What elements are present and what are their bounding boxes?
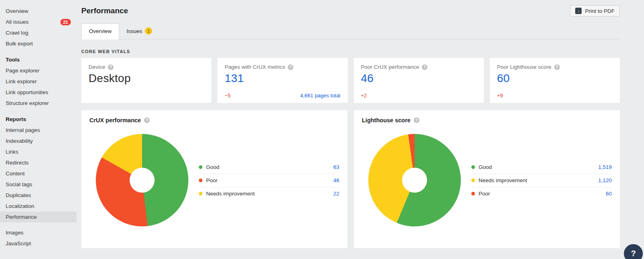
sidebar-item-all-issues[interactable]: All issues21 <box>0 16 76 27</box>
print-to-pdf-button[interactable]: ↓ Print to PDF <box>570 5 620 16</box>
stat-card-value[interactable]: 131 <box>225 72 340 85</box>
sidebar-item-label: Redirects <box>6 159 29 166</box>
sidebar-item-link-opportunities[interactable]: Link opportunities <box>0 87 76 98</box>
legend-label: Good <box>479 164 492 170</box>
chart-card-lighthouse-score: Lighthouse score?Good1,519Needs improvem… <box>354 110 620 248</box>
sidebar-item-internal-pages[interactable]: Internal pages <box>0 125 76 136</box>
stat-card-device: Device?Desktop <box>81 58 211 103</box>
stat-card-label-text: Poor Lighthouse score <box>497 64 551 70</box>
stat-card-value[interactable]: 60 <box>497 72 613 85</box>
tab-overview[interactable]: Overview <box>81 23 119 39</box>
legend-row-needs-improvement: Needs improvement22 <box>199 187 339 200</box>
sidebar-item-label: Duplicates <box>6 192 31 199</box>
legend-dot-icon <box>471 165 475 169</box>
pages-total-link[interactable]: 4,661 pages total <box>300 92 341 99</box>
chart-legend: Good63Poor46Needs improvement22 <box>199 160 339 200</box>
legend-row-poor: Poor60 <box>471 187 612 200</box>
stat-card-poor-crux-performance: Poor CrUX performance?46+2 <box>354 58 484 103</box>
help-tooltip-icon[interactable]: ? <box>288 64 293 70</box>
sidebar-item-label: Link opportunities <box>6 89 48 96</box>
sidebar-item-label: Internal pages <box>6 127 40 134</box>
sidebar-item-performance[interactable]: Performance <box>0 212 76 222</box>
issues-count-badge: 1 <box>145 27 152 35</box>
sidebar-item-link-explorer[interactable]: Link explorer <box>0 76 76 87</box>
chart-body: Good1,519Needs improvement1,120Poor60 <box>362 123 612 226</box>
legend-dot-icon <box>199 179 202 182</box>
help-tooltip-icon[interactable]: ? <box>554 64 560 70</box>
sidebar-item-label: Performance <box>6 214 37 220</box>
chart-title: Lighthouse score? <box>362 117 612 123</box>
sidebar-item-structure-explorer[interactable]: Structure explorer <box>0 98 76 109</box>
chart-card-crux-performance: CrUX performance?Good63Poor46Needs impro… <box>81 110 347 248</box>
sidebar-item-images[interactable]: Images <box>0 227 76 238</box>
legend-dot-icon <box>471 179 475 182</box>
stat-cards-row: Device?DesktopPages with CrUX metrics?13… <box>81 58 620 103</box>
donut-chart-lighthouse-score[interactable] <box>368 134 461 226</box>
sidebar-item-crawl-log[interactable]: Crawl log <box>0 27 76 38</box>
legend-dot-icon <box>199 192 202 195</box>
sidebar-item-label: Structure explorer <box>6 100 49 107</box>
stat-card-footer: +9 <box>497 92 613 99</box>
chart-title-text: Lighthouse score <box>362 117 411 123</box>
stat-card-poor-lighthouse-score: Poor Lighthouse score?60+9 <box>490 58 620 103</box>
legend-row-good: Good63 <box>199 160 339 174</box>
sidebar-section-gap <box>0 222 76 227</box>
sidebar-section-reports: Reports <box>0 114 76 125</box>
legend-value-link[interactable]: 60 <box>606 191 612 197</box>
stat-card-label: Poor CrUX performance? <box>361 64 477 70</box>
sidebar-item-label: Content <box>6 170 25 177</box>
legend-label: Poor <box>206 177 218 183</box>
help-tooltip-icon[interactable]: ? <box>414 117 419 123</box>
pdf-download-icon: ↓ <box>575 8 582 14</box>
help-tooltip-icon[interactable]: ? <box>108 64 114 70</box>
help-tooltip-icon[interactable]: ? <box>422 64 427 70</box>
chart-cards-row: CrUX performance?Good63Poor46Needs impro… <box>81 110 620 248</box>
sidebar-item-indexability[interactable]: Indexability <box>0 136 76 146</box>
tab-bar: Overview Issues 1 <box>81 23 620 39</box>
sidebar-item-social-tags[interactable]: Social tags <box>0 179 76 190</box>
sidebar-item-links[interactable]: Links <box>0 146 76 157</box>
core-web-vitals-label: CORE WEB VITALS <box>81 49 620 54</box>
sidebar-section-tools: Tools <box>0 54 76 65</box>
sidebar-item-page-explorer[interactable]: Page explorer <box>0 65 76 76</box>
chart-title: CrUX performance? <box>89 117 339 123</box>
legend-label: Needs improvement <box>206 191 255 197</box>
legend-label: Needs improvement <box>479 177 527 183</box>
sidebar-item-redirects[interactable]: Redirects <box>0 157 76 168</box>
stat-card-label: Poor Lighthouse score? <box>497 64 613 70</box>
sidebar-item-label: Page explorer <box>6 67 39 74</box>
legend-row-poor: Poor46 <box>199 174 339 187</box>
stat-card-pages-with-crux-metrics: Pages with CrUX metrics?131−54,661 pages… <box>217 58 347 103</box>
sidebar-item-label: Images <box>6 229 23 236</box>
stat-card-label-text: Device <box>89 64 105 70</box>
legend-value-link[interactable]: 46 <box>333 177 339 183</box>
tab-issues-label: Issues <box>126 28 142 34</box>
sidebar-item-javascript[interactable]: JavaScript <box>0 238 76 249</box>
stat-card-label: Device? <box>89 64 204 70</box>
donut-chart-crux-performance[interactable] <box>96 134 188 226</box>
sidebar-item-localization[interactable]: Localization <box>0 201 76 212</box>
sidebar-item-label: Indexability <box>6 138 33 144</box>
sidebar-item-label: Localization <box>6 203 34 210</box>
print-to-pdf-label: Print to PDF <box>585 8 615 14</box>
sidebar-item-content[interactable]: Content <box>0 168 76 179</box>
sidebar-item-bulk-export[interactable]: Bulk export <box>0 38 76 49</box>
stat-card-delta: +2 <box>361 92 367 99</box>
stat-card-value[interactable]: 46 <box>361 72 477 85</box>
sidebar-item-overview[interactable]: Overview <box>0 6 76 16</box>
sidebar-item-duplicates[interactable]: Duplicates <box>0 190 76 201</box>
legend-value-link[interactable]: 1,120 <box>598 177 612 183</box>
legend-label: Poor <box>479 191 490 197</box>
stat-card-value: Desktop <box>89 72 204 85</box>
legend-value-link[interactable]: 22 <box>333 191 339 197</box>
main-content: Performance ↓ Print to PDF Overview Issu… <box>76 0 644 259</box>
legend-value-link[interactable]: 1,519 <box>598 164 612 170</box>
help-tooltip-icon[interactable]: ? <box>144 117 150 123</box>
stat-card-label-text: Poor CrUX performance <box>361 64 419 70</box>
stat-card-delta: +9 <box>497 92 503 99</box>
legend-value-link[interactable]: 63 <box>333 164 339 170</box>
question-mark-icon: ? <box>631 249 636 258</box>
sidebar-item-label: Crawl log <box>6 29 28 36</box>
legend-row-good: Good1,519 <box>471 160 612 174</box>
tab-issues[interactable]: Issues 1 <box>119 23 159 39</box>
